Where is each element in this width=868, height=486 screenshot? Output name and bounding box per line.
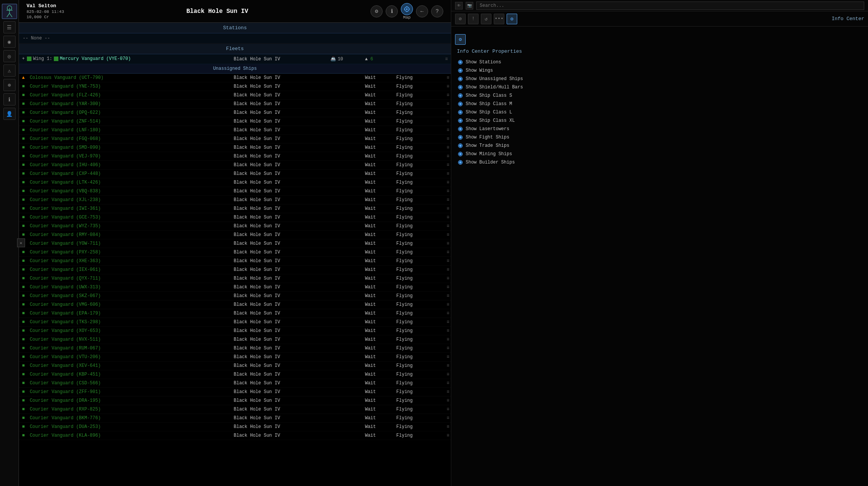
ship-menu[interactable]: ≡: [435, 309, 451, 318]
ship-name[interactable]: Courier Vanguard (TKS-298): [30, 319, 100, 325]
ship-name[interactable]: Courier Vanguard (IEX-061): [30, 267, 100, 272]
table-row[interactable]: ■ Courier Vanguard (XEV-641) Black Hole …: [19, 362, 451, 370]
table-row[interactable]: ■ Courier Vanguard (VTU-206) Black Hole …: [19, 353, 451, 362]
ship-name[interactable]: Courier Vanguard (IWI-361): [30, 206, 100, 211]
ship-menu[interactable]: ≡: [435, 379, 451, 388]
ship-name[interactable]: Courier Vanguard (XEV-641): [30, 363, 100, 368]
camera-icon[interactable]: 📷: [466, 2, 473, 9]
table-row[interactable]: ■ Courier Vanguard (VMG-606) Black Hole …: [19, 300, 451, 309]
table-row[interactable]: ■ Courier Vanguard (NVX-511) Black Hole …: [19, 335, 451, 344]
property-item[interactable]: Show Shield/Hull Bars: [455, 83, 864, 91]
radio-button[interactable]: [458, 118, 463, 123]
radio-button[interactable]: [458, 60, 463, 64]
ship-name[interactable]: Courier Vanguard (XOY-653): [30, 328, 100, 333]
ship-name[interactable]: Courier Vanguard (ZNF-514): [30, 119, 100, 124]
property-item[interactable]: Show Wings: [455, 66, 864, 75]
radio-button[interactable]: [458, 127, 463, 131]
table-row[interactable]: ■ Courier Vanguard (SKZ-067) Black Hole …: [19, 292, 451, 300]
table-row[interactable]: ■ Courier Vanguard (VBQ-838) Black Hole …: [19, 187, 451, 196]
wing-row[interactable]: + Wing 1: Mercury Vanguard (VYE-070) Bla…: [19, 54, 451, 64]
ship-name[interactable]: Courier Vanguard (EPA-179): [30, 311, 100, 316]
table-row[interactable]: ■ Courier Vanguard (OPQ-622) Black Hole …: [19, 109, 451, 117]
hq-button[interactable]: ⚙: [370, 5, 383, 17]
ship-menu[interactable]: ≡: [435, 370, 451, 379]
table-row[interactable]: ■ Courier Vanguard (BKM-776) Black Hole …: [19, 414, 451, 423]
ship-menu[interactable]: ≡: [435, 344, 451, 353]
ship-menu[interactable]: ≡: [435, 318, 451, 327]
property-item[interactable]: Show Ship Class XL: [455, 116, 864, 125]
table-row[interactable]: ■ Courier Vanguard (LTK-426) Black Hole …: [19, 178, 451, 187]
ship-name[interactable]: Courier Vanguard (PXY-258): [30, 250, 100, 255]
ship-menu[interactable]: ≡: [435, 170, 451, 178]
ship-menu[interactable]: ≡: [435, 135, 451, 143]
info-icon[interactable]: ℹ: [3, 93, 16, 105]
ship-menu[interactable]: ≡: [435, 222, 451, 231]
ship-name[interactable]: Courier Vanguard (VMG-606): [30, 302, 100, 307]
fleet-scroll-area[interactable]: Stations -- None -- Fleets + Wing 1:: [19, 23, 451, 459]
ship-menu[interactable]: ≡: [435, 239, 451, 248]
ship-name[interactable]: Courier Vanguard (ZFF-901): [30, 389, 100, 395]
ship-name[interactable]: Courier Vanguard (BKM-776): [30, 415, 100, 421]
ship-menu[interactable]: ≡: [435, 187, 451, 196]
ship-name[interactable]: Courier Vanguard (WYZ-735): [30, 223, 100, 229]
ship-menu[interactable]: ≡: [435, 274, 451, 283]
ship-name[interactable]: Courier Vanguard (DUA-253): [30, 424, 100, 429]
ship-name[interactable]: Courier Vanguard (RMY-084): [30, 232, 100, 237]
table-row[interactable]: ■ Courier Vanguard (XJL-238) Black Hole …: [19, 196, 451, 204]
radio-button[interactable]: [458, 93, 463, 98]
ship-name[interactable]: Courier Vanguard (RXP-825): [30, 407, 100, 412]
table-row[interactable]: ■ Courier Vanguard (LNF-180) Black Hole …: [19, 126, 451, 135]
ship-name[interactable]: Courier Vanguard (KLA-896): [30, 433, 100, 438]
table-row[interactable]: ■ Courier Vanguard (IWI-361) Black Hole …: [19, 204, 451, 213]
refresh-button[interactable]: ↺: [481, 14, 491, 24]
ship-name[interactable]: Courier Vanguard (GCE-753): [30, 215, 100, 220]
ship-menu[interactable]: ≡: [435, 248, 451, 257]
ship-menu[interactable]: ≡: [435, 362, 451, 370]
ship-menu[interactable]: ≡: [435, 143, 451, 152]
property-item[interactable]: Show Builder Ships: [455, 158, 864, 167]
ship-name[interactable]: Courier Vanguard (CXP-448): [30, 171, 100, 176]
table-row[interactable]: ■ Courier Vanguard (DRA-195) Black Hole …: [19, 396, 451, 405]
ship-menu[interactable]: ≡: [435, 327, 451, 335]
ship-menu[interactable]: ≡: [435, 100, 451, 109]
compass-icon[interactable]: ⊕: [3, 79, 16, 91]
table-row[interactable]: ■ Courier Vanguard (IHU-406) Black Hole …: [19, 161, 451, 170]
search-input[interactable]: [476, 2, 864, 10]
ship-menu[interactable]: ≡: [435, 161, 451, 170]
ship-menu[interactable]: ≡: [435, 353, 451, 362]
ship-name[interactable]: Courier Vanguard (OPQ-622): [30, 110, 100, 115]
radio-button[interactable]: [458, 110, 463, 115]
ship-menu[interactable]: ≡: [435, 257, 451, 266]
ship-name[interactable]: Courier Vanguard (YAR-300): [30, 101, 100, 107]
ship-name[interactable]: Courier Vanguard (FGQ-068): [30, 136, 100, 142]
table-row[interactable]: ■ Courier Vanguard (EPA-179) Black Hole …: [19, 309, 451, 318]
ship-name[interactable]: Courier Vanguard (SMD-090): [30, 145, 100, 150]
wing-ship-name[interactable]: Mercury Vanguard (VYE-070): [60, 56, 131, 61]
ship-menu[interactable]: ≡: [435, 117, 451, 126]
ship-name[interactable]: Courier Vanguard (SKZ-067): [30, 293, 100, 299]
map-marker-icon[interactable]: ◎: [3, 50, 16, 62]
radio-button[interactable]: [458, 102, 463, 106]
table-row[interactable]: ■ Courier Vanguard (CSD-566) Black Hole …: [19, 379, 451, 388]
ship-name[interactable]: Courier Vanguard (QYX-711): [30, 276, 100, 281]
ship-menu[interactable]: ≡: [435, 414, 451, 423]
help-button[interactable]: ?: [431, 5, 443, 17]
ship-menu[interactable]: ≡: [435, 388, 451, 396]
table-row[interactable]: ■ Courier Vanguard (IEX-061) Black Hole …: [19, 266, 451, 274]
table-row[interactable]: ■ Courier Vanguard (RMY-084) Black Hole …: [19, 231, 451, 239]
table-row[interactable]: ■ Courier Vanguard (UWX-313) Black Hole …: [19, 283, 451, 292]
filter-button[interactable]: ⊘: [455, 14, 466, 24]
ship-name[interactable]: Courier Vanguard (CSD-566): [30, 381, 100, 386]
table-row[interactable]: ■ Courier Vanguard (RXP-825) Black Hole …: [19, 405, 451, 414]
table-row[interactable]: ■ Courier Vanguard (YAR-300) Black Hole …: [19, 100, 451, 109]
radio-button[interactable]: [458, 152, 463, 156]
ship-menu[interactable]: ≡: [435, 231, 451, 239]
ship-name[interactable]: Courier Vanguard (UWX-313): [30, 285, 100, 290]
ship-name[interactable]: Courier Vanguard (LNF-180): [30, 127, 100, 133]
ship-name[interactable]: Colossus Vanguard (UCT-790): [30, 75, 103, 80]
property-item[interactable]: Show Mining Ships: [455, 150, 864, 158]
property-item[interactable]: Show Fight Ships: [455, 133, 864, 142]
table-row[interactable]: ■ Courier Vanguard (TKS-298) Black Hole …: [19, 318, 451, 327]
ship-menu[interactable]: ≡: [435, 292, 451, 300]
ship-menu[interactable]: ≡: [435, 283, 451, 292]
